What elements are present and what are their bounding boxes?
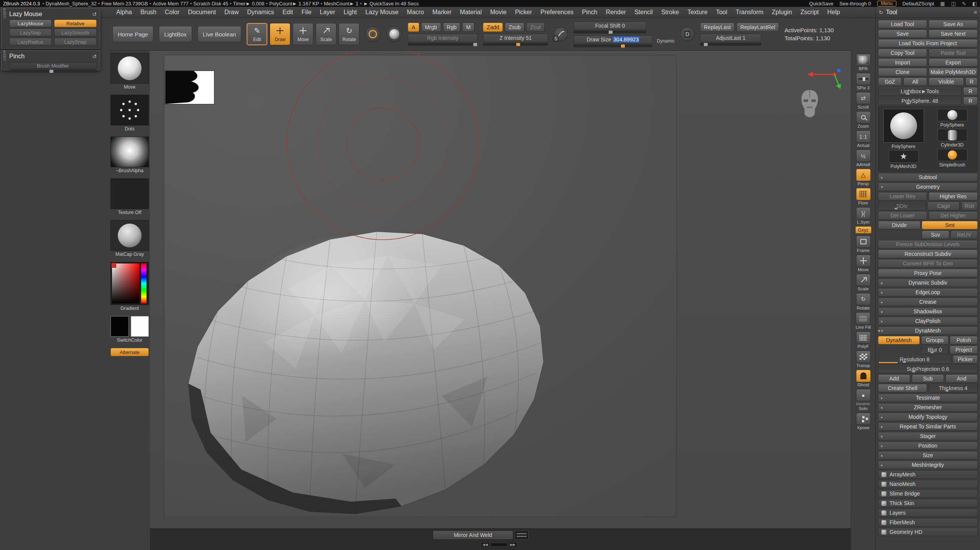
export-button[interactable]: Export [929,58,978,67]
panel-cycle-icon[interactable]: ↺ [92,11,97,17]
brush-modifier-slider[interactable]: Brush Modifier [9,62,97,72]
right-shelf-frame-button[interactable] [856,235,871,248]
menu-preferences[interactable]: Preferences [536,7,578,17]
menu-help[interactable]: Help [823,7,844,17]
visible-button[interactable]: Visible [929,77,964,86]
right-shelf-xpose-button[interactable] [856,413,871,425]
stencil-alpha-preview[interactable] [165,71,214,104]
menu-alpha[interactable]: Alpha [112,7,136,17]
live-boolean-button[interactable]: Live Boolean [198,26,242,42]
cage-button[interactable]: Cage [927,202,960,210]
menu-brush[interactable]: Brush [136,7,161,17]
draw-size-value[interactable]: 304.89923 [613,36,639,43]
r-button[interactable]: R [965,77,978,86]
add-button[interactable]: Add [878,374,910,383]
section-position[interactable]: ▸Position [878,441,978,450]
grid-icon[interactable]: ▦ [940,1,945,7]
draw-size-slider[interactable]: Draw Size 304.89923 [573,35,652,47]
black-swatch[interactable] [110,316,129,337]
slider-handle[interactable] [49,70,53,73]
z-intensity-slider[interactable]: Z Intensity 51 [483,34,548,46]
pen-icon[interactable]: ✎ [962,1,966,7]
menu-draw[interactable]: Draw [220,7,243,17]
slider-handle[interactable] [473,43,477,46]
del-higher-button[interactable]: Del Higher [929,211,978,220]
right-shelf-spix-3-button[interactable] [856,73,871,85]
freeze-subdivision-levels-button[interactable]: Freeze SubDivision Levels [878,240,978,249]
smt-button[interactable]: Smt [922,221,978,229]
see-through-control[interactable]: See-through 0 [839,1,871,7]
r-button[interactable]: R [963,97,978,105]
polysphere-48-slider[interactable]: PolySphere. 48 [878,97,962,105]
lazysnap-button[interactable]: LazySnap [54,38,97,46]
right-shelf-floor-button[interactable] [856,188,871,200]
load-tool-button[interactable]: Load Tool [878,20,927,28]
edit-button[interactable]: ✎ Edit [247,23,267,45]
palette-layers[interactable]: Layers [878,509,978,517]
rgb-button[interactable]: Rgb [443,23,461,32]
slider-handle[interactable] [516,43,520,46]
white-swatch[interactable] [131,316,149,337]
slider-handle[interactable] [621,44,625,48]
menu-color[interactable]: Color [161,7,184,17]
lazysmooth-button[interactable]: LazySmooth [54,29,97,36]
menu-stencil[interactable]: Stencil [630,7,657,17]
current-tool-thumbnail[interactable] [883,109,924,143]
all-button[interactable]: All [903,77,927,86]
zscript-label[interactable]: DefaultZScript [903,1,934,7]
picker-button[interactable]: Picker [953,355,978,364]
section-dynamic-subdiv[interactable]: ▸Dynamic Subdiv [878,278,978,287]
viewport-canvas[interactable] [150,51,851,528]
tool-thumbnail-polymesh3d[interactable]: ★ [889,150,919,163]
menu-marker[interactable]: Marker [428,7,456,17]
right-shelf-ghost-button[interactable] [856,370,871,382]
menu-transform[interactable]: Transform [731,7,768,17]
sub-button[interactable]: Sub [912,374,944,383]
right-shelf-aahalf-button[interactable]: ½ [856,150,871,162]
menu-file[interactable]: File [297,7,316,17]
section-subtool[interactable]: ▸Subtool [878,173,978,181]
palette-fibermesh[interactable]: FiberMesh [878,518,978,527]
lazyradius-button[interactable]: LazyRadius [9,38,52,46]
section-repeat-to-similar-parts[interactable]: ▸Repeat To Similar Parts [878,422,978,431]
save-as-button[interactable]: Save As [929,20,978,28]
menu-layer[interactable]: Layer [316,7,339,17]
menu-lazy-mouse[interactable]: Lazy Mouse [361,7,403,17]
menu-document[interactable]: Document [184,7,220,17]
divide-button[interactable]: Divide [878,221,921,229]
palette-thick-skin[interactable]: Thick Skin [878,499,978,507]
copy-tool-button[interactable]: Copy Tool [878,49,927,57]
lower-res-button[interactable]: Lower Res [878,192,927,201]
mrgb-button[interactable]: Mrgb [421,23,441,32]
section-zremesher[interactable]: ▸ZRemesher [878,403,978,412]
menu-stroke[interactable]: Stroke [657,7,683,17]
right-shelf-move-button[interactable] [856,255,871,267]
lazystep-button[interactable]: LazyStep [9,29,52,36]
menu-pinch[interactable]: Pinch [578,7,601,17]
slider-handle[interactable] [704,43,708,46]
dynamic-mode-button[interactable]: D [680,27,695,41]
focal-shift-slider[interactable]: Focal Shift 0 [573,21,646,33]
menu-light[interactable]: Light [339,7,361,17]
dynamic-label[interactable]: Dynamic [657,38,675,44]
palette-nanomesh[interactable]: NanoMesh [878,480,978,488]
relative-button[interactable]: Relative [54,20,97,27]
tool-thumbnail-simplebrush[interactable] [937,149,967,161]
right-shelf-line-fill-button[interactable] [856,312,870,324]
palette-geometry-hd[interactable]: Geometry HD [878,528,978,536]
clone-button[interactable]: Clone [878,68,927,76]
paste-tool-button[interactable]: Paste Tool [929,49,978,57]
menu-picker[interactable]: Picker [511,7,536,17]
load-tools-from-project-button[interactable]: Load Tools From Project [878,39,978,48]
dynamesh-button[interactable]: DynaMesh [878,336,920,344]
zadd-button[interactable]: Zadd [483,23,503,32]
right-shelf-scroll-button[interactable]: ⇄ [856,92,871,104]
r-button[interactable]: R [963,87,978,96]
make-polymesh3d-button[interactable]: Make PolyMesh3D [929,68,978,76]
palette-slime-bridge[interactable]: Slime Bridge [878,489,978,498]
section-crease[interactable]: ▸Crease [878,298,978,306]
menu-dynamics[interactable]: Dynamics [243,7,278,17]
higher-res-button[interactable]: Higher Res [929,192,978,201]
adjust-last-slider[interactable]: AdjustLast 1 [700,34,761,46]
weld-mini-sliders[interactable] [515,530,529,540]
